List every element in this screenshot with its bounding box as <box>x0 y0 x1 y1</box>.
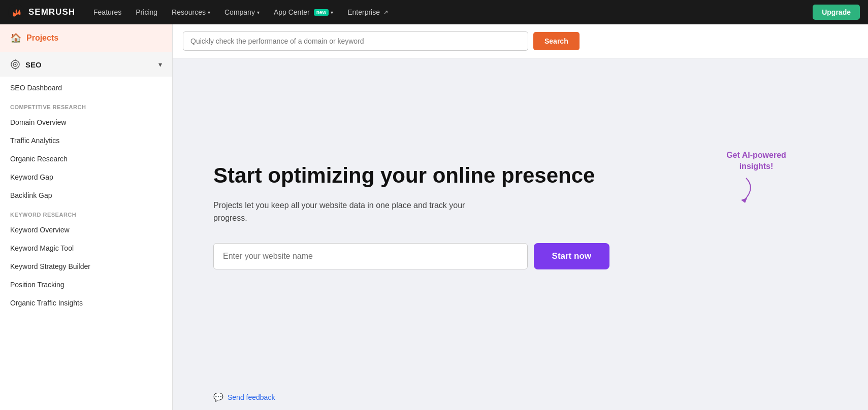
sidebar-item-organic-research[interactable]: Organic Research <box>0 150 172 168</box>
ai-callout: Get AI-powered insights! <box>716 150 797 206</box>
feedback-chat-icon: 💬 <box>213 392 223 402</box>
sidebar-item-organic-traffic-insights[interactable]: Organic Traffic Insights <box>0 294 172 312</box>
content-area: Search Start optimizing your online pres… <box>173 24 868 410</box>
sidebar-menu: SEO Dashboard COMPETITIVE RESEARCH Domai… <box>0 77 172 314</box>
sidebar-item-domain-overview[interactable]: Domain Overview <box>0 113 172 131</box>
seo-target-icon <box>10 59 20 70</box>
website-name-input[interactable] <box>213 243 528 269</box>
home-icon: 🏠 <box>10 32 21 44</box>
svg-point-3 <box>15 64 16 65</box>
feedback-row: 💬 Send feedback <box>173 384 868 410</box>
start-now-button[interactable]: Start now <box>534 243 609 269</box>
ai-arrow-icon <box>716 176 756 206</box>
search-bar-row: Search <box>173 24 868 58</box>
nav-resources[interactable]: Resources ▾ <box>172 8 210 16</box>
sidebar-item-seo-dashboard[interactable]: SEO Dashboard <box>0 79 172 97</box>
seo-section-header[interactable]: SEO ▾ <box>0 52 172 77</box>
projects-label: Projects <box>26 33 58 43</box>
competitive-research-label: COMPETITIVE RESEARCH <box>0 97 172 113</box>
seo-chevron-icon: ▾ <box>158 60 162 69</box>
sidebar-item-keyword-magic-tool[interactable]: Keyword Magic Tool <box>0 239 172 257</box>
sidebar-projects[interactable]: 🏠 Projects <box>0 24 172 52</box>
sidebar-item-keyword-overview[interactable]: Keyword Overview <box>0 221 172 239</box>
top-navigation: SEMRUSH Features Pricing Resources ▾ Com… <box>0 0 868 24</box>
search-button[interactable]: Search <box>533 32 580 50</box>
sidebar-item-backlink-gap[interactable]: Backlink Gap <box>0 186 172 204</box>
sidebar-item-traffic-analytics[interactable]: Traffic Analytics <box>0 131 172 150</box>
sidebar-item-position-tracking[interactable]: Position Tracking <box>0 276 172 294</box>
nav-app-center[interactable]: App Center new ▾ <box>274 8 333 16</box>
chevron-icon: ▾ <box>331 10 333 15</box>
nav-company[interactable]: Company ▾ <box>224 8 260 16</box>
hero-input-row: Start now <box>213 243 609 269</box>
svg-marker-6 <box>741 198 747 203</box>
send-feedback-link[interactable]: Send feedback <box>228 393 275 401</box>
main-layout: 🏠 Projects SEO ▾ SEO <box>0 24 868 410</box>
sidebar-item-keyword-gap[interactable]: Keyword Gap <box>0 168 172 186</box>
hero-subtitle: Projects let you keep all your website d… <box>213 199 477 225</box>
nav-pricing[interactable]: Pricing <box>136 8 157 16</box>
seo-header-left: SEO <box>10 59 42 70</box>
hero-title: Start optimizing your online presence <box>213 163 609 188</box>
nav-enterprise[interactable]: Enterprise ↗ <box>347 8 388 16</box>
sidebar: 🏠 Projects SEO ▾ SEO <box>0 24 173 410</box>
hero-section: Start optimizing your online presence Pr… <box>173 58 868 384</box>
upgrade-button[interactable]: Upgrade <box>813 5 860 20</box>
ai-callout-text: Get AI-powered insights! <box>716 150 797 173</box>
logo-text: SEMRUSH <box>28 7 75 17</box>
chevron-icon: ▾ <box>208 10 210 15</box>
domain-search-input[interactable] <box>183 31 528 51</box>
sidebar-item-keyword-strategy-builder[interactable]: Keyword Strategy Builder <box>0 257 172 276</box>
nav-features[interactable]: Features <box>93 8 121 16</box>
logo[interactable]: SEMRUSH <box>8 4 75 20</box>
keyword-research-label: KEYWORD RESEARCH <box>0 204 172 221</box>
hero-content: Start optimizing your online presence Pr… <box>213 163 609 269</box>
external-link-icon: ↗ <box>383 9 388 16</box>
chevron-icon: ▾ <box>257 10 260 15</box>
seo-label: SEO <box>25 60 42 69</box>
new-badge: new <box>314 9 329 16</box>
